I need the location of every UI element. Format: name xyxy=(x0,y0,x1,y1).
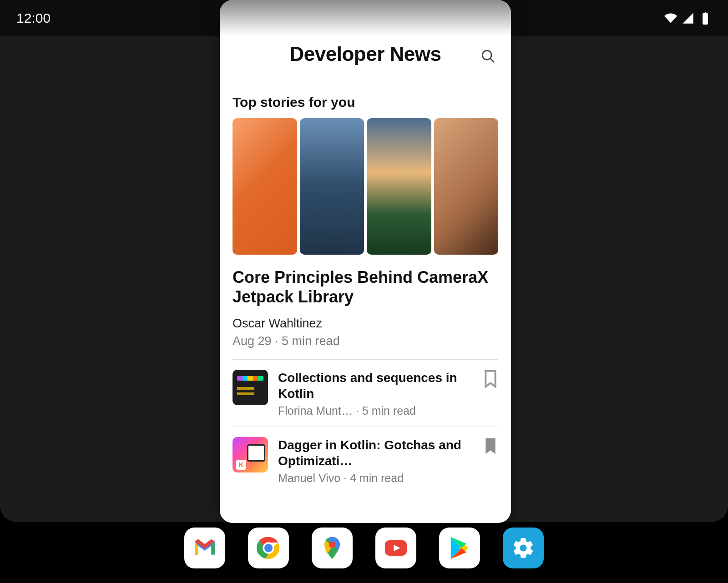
bookmark-button[interactable] xyxy=(483,370,498,388)
dock xyxy=(0,524,728,583)
play-store-icon[interactable] xyxy=(439,528,480,568)
story-subtitle: Manuel Vivo · 4 min read xyxy=(278,472,473,485)
story-title: Dagger in Kotlin: Gotchas and Optimizati… xyxy=(278,437,473,469)
section-title: Top stories for you xyxy=(220,81,511,118)
youtube-icon[interactable] xyxy=(375,528,416,568)
story-thumb xyxy=(233,437,268,472)
story-subtitle: Florina Munt… · 5 min read xyxy=(278,404,473,417)
app-title: Developer News xyxy=(231,43,500,65)
battery-icon xyxy=(699,12,712,25)
hero-tile xyxy=(434,118,499,255)
story-thumb xyxy=(233,370,268,405)
story-list-item[interactable]: Dagger in Kotlin: Gotchas and Optimizati… xyxy=(220,427,511,494)
hero-tile xyxy=(367,118,431,255)
status-icons xyxy=(664,12,712,25)
hero-tile xyxy=(233,118,297,255)
app-card[interactable]: Developer News Top stories for you Core … xyxy=(220,0,511,523)
search-icon xyxy=(480,49,496,64)
hero-article-author: Oscar Wahltinez xyxy=(220,308,511,331)
story-list-item[interactable]: Collections and sequences in Kotlin Flor… xyxy=(220,360,511,427)
cell-signal-icon xyxy=(682,12,694,25)
hero-tile xyxy=(300,118,364,255)
hero-article-title[interactable]: Core Principles Behind CameraX Jetpack L… xyxy=(220,255,511,308)
status-time: 12:00 xyxy=(16,10,51,26)
settings-icon[interactable] xyxy=(503,528,544,568)
chrome-icon[interactable] xyxy=(248,528,289,568)
gmail-icon[interactable] xyxy=(184,528,225,568)
bookmark-button[interactable] xyxy=(483,437,498,455)
hero-image-row[interactable] xyxy=(220,118,511,255)
wifi-icon xyxy=(664,12,677,25)
bookmark-outline-icon xyxy=(483,370,498,388)
search-button[interactable] xyxy=(479,47,497,65)
story-title: Collections and sequences in Kotlin xyxy=(278,370,473,402)
hero-article-meta: Aug 29 · 5 min read xyxy=(220,331,511,359)
bookmark-filled-icon xyxy=(483,437,498,455)
maps-icon[interactable] xyxy=(312,528,353,568)
